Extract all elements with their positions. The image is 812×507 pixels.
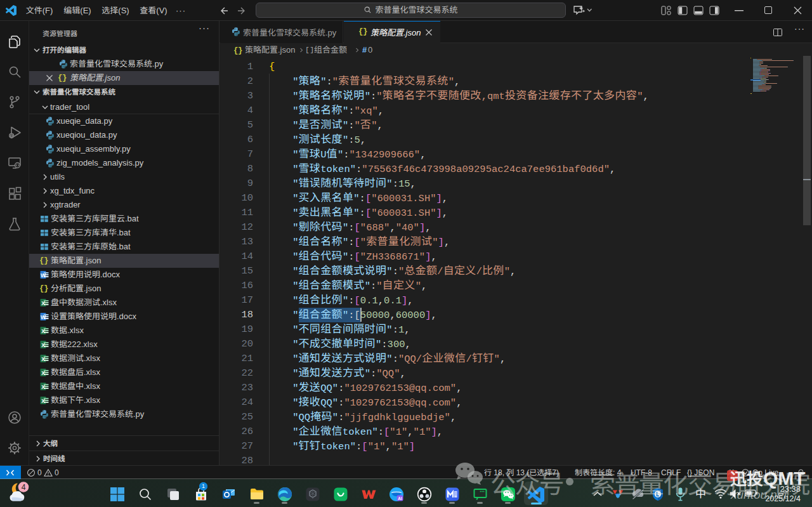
svg-text:W: W bbox=[41, 272, 46, 279]
svg-text:X: X bbox=[41, 328, 45, 334]
svg-text:X: X bbox=[41, 356, 45, 362]
svg-text:X: X bbox=[41, 384, 45, 390]
svg-text:X: X bbox=[41, 300, 45, 306]
svg-text:X: X bbox=[41, 370, 45, 376]
svg-text:4: 4 bbox=[22, 483, 26, 492]
svg-text:X: X bbox=[41, 342, 45, 348]
svg-text:W: W bbox=[41, 314, 46, 320]
svg-text:X: X bbox=[41, 398, 45, 404]
svg-text:AI: AI bbox=[398, 496, 402, 501]
